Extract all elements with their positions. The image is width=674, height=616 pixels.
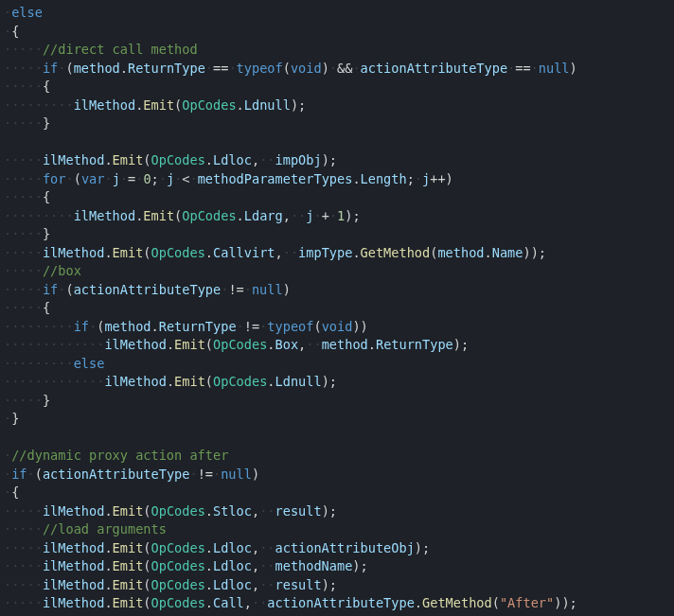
- dot: .: [237, 97, 244, 113]
- brace-close: }: [43, 393, 50, 408]
- whitespace: ·: [4, 226, 11, 241]
- method-call: Emit: [113, 540, 144, 555]
- paren: ): [361, 319, 368, 334]
- keyword-var: var: [81, 171, 105, 186]
- whitespace: ·: [531, 61, 539, 76]
- whitespace: ····: [11, 208, 43, 223]
- brace-close: }: [11, 411, 19, 426]
- id: Ldnull: [275, 374, 322, 389]
- keyword-for: for: [43, 171, 66, 186]
- whitespace: ·: [58, 282, 65, 297]
- keyword-typeof: typeof: [237, 61, 283, 76]
- dot: .: [205, 540, 213, 555]
- id: j: [167, 171, 174, 186]
- whitespace: ····: [11, 245, 43, 260]
- op: !=: [198, 466, 213, 482]
- whitespace: ····: [11, 263, 43, 278]
- dot: .: [205, 595, 213, 610]
- type: OpCodes: [213, 337, 267, 352]
- whitespace: ··: [259, 577, 275, 592]
- op: +: [322, 208, 329, 223]
- whitespace: ·: [4, 79, 11, 94]
- whitespace: ·: [4, 521, 11, 537]
- number: 1: [337, 208, 345, 223]
- whitespace: ·: [4, 466, 11, 482]
- dot: .: [167, 337, 174, 352]
- whitespace: ····: [11, 97, 43, 113]
- brace-open: {: [43, 79, 50, 94]
- whitespace: ····: [11, 300, 43, 315]
- paren: ): [322, 61, 329, 76]
- whitespace: ····: [11, 226, 43, 241]
- id: ReturnType: [159, 319, 237, 334]
- whitespace: ····: [11, 152, 43, 167]
- paren: (: [66, 61, 74, 76]
- paren: (: [205, 374, 213, 389]
- dot: .: [485, 245, 492, 260]
- paren: (: [74, 171, 81, 186]
- id: Callvirt: [213, 245, 275, 260]
- dot: .: [415, 595, 422, 610]
- whitespace: ··: [259, 540, 275, 555]
- whitespace: ····: [43, 208, 74, 223]
- null: null: [252, 282, 283, 297]
- dot: .: [205, 503, 213, 519]
- op: ++: [430, 171, 445, 186]
- comment: //load arguments: [43, 521, 167, 537]
- whitespace: ····: [11, 282, 43, 297]
- dot: .: [237, 208, 244, 223]
- keyword-if: if: [74, 319, 89, 334]
- whitespace: ·: [4, 152, 11, 167]
- method-call: Emit: [113, 595, 144, 610]
- method-call: GetMethod: [422, 595, 492, 610]
- comment: //direct call method: [43, 42, 198, 57]
- whitespace: ··: [259, 503, 275, 519]
- op: ==: [515, 61, 530, 76]
- whitespace: ····: [11, 503, 43, 519]
- id: actionAttributeType: [74, 282, 222, 297]
- id: Call: [213, 595, 244, 610]
- paren: ): [453, 337, 461, 352]
- comma: ,: [244, 595, 252, 610]
- whitespace: ····: [11, 393, 43, 408]
- whitespace: ····: [11, 374, 43, 389]
- id: ilMethod: [74, 208, 135, 223]
- whitespace: ····: [11, 558, 43, 573]
- id: actionAttributeType: [267, 595, 415, 610]
- id: result: [275, 503, 322, 519]
- whitespace: ····: [11, 319, 43, 334]
- id: ilMethod: [104, 337, 166, 352]
- whitespace: ··: [291, 208, 306, 223]
- whitespace: ·: [4, 171, 11, 186]
- whitespace: ·: [4, 61, 11, 76]
- type: OpCodes: [151, 577, 205, 592]
- null: null: [221, 466, 252, 482]
- dot: .: [205, 245, 213, 260]
- null: null: [539, 61, 570, 76]
- whitespace: ·: [4, 319, 11, 334]
- method-call: Emit: [113, 577, 144, 592]
- method-call: Emit: [143, 208, 174, 223]
- number: 0: [143, 171, 151, 186]
- type: OpCodes: [151, 503, 205, 519]
- whitespace: ·: [213, 466, 221, 482]
- id: Stloc: [213, 503, 252, 519]
- whitespace: ····: [11, 595, 43, 610]
- paren: (: [66, 282, 74, 297]
- whitespace: ·: [4, 97, 11, 113]
- whitespace: ·: [4, 208, 11, 223]
- whitespace: ····: [11, 189, 43, 204]
- method-call: Emit: [174, 337, 205, 352]
- type: OpCodes: [151, 152, 205, 167]
- keyword-if: if: [43, 282, 58, 297]
- whitespace: ·: [4, 115, 11, 131]
- paren: (: [143, 540, 151, 555]
- whitespace: ··: [283, 245, 298, 260]
- paren: ): [415, 540, 422, 555]
- paren: ): [322, 503, 329, 519]
- dot: .: [104, 595, 112, 610]
- id: Ldloc: [213, 540, 252, 555]
- whitespace: ·: [329, 61, 337, 76]
- id: ilMethod: [43, 503, 104, 519]
- id: ilMethod: [43, 245, 104, 260]
